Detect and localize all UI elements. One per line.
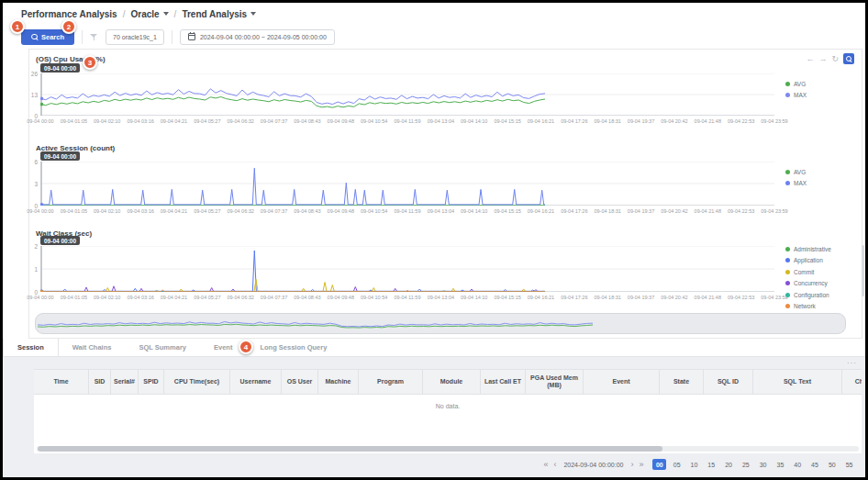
y-tick-label: 0 <box>34 113 38 119</box>
page-number-30[interactable]: 30 <box>756 459 770 470</box>
legend-item-network[interactable]: Network <box>785 301 861 313</box>
page-number-45[interactable]: 45 <box>808 459 822 470</box>
tab-long-session-query[interactable]: Long Session Query <box>246 339 340 356</box>
legend-label: Application <box>794 257 823 263</box>
table-column-header-username[interactable]: Username <box>230 370 282 394</box>
page-number-35[interactable]: 35 <box>773 459 787 470</box>
filter-icon[interactable] <box>90 33 98 41</box>
x-tick-label: 09-04 05:27 <box>192 118 223 124</box>
table-column-header-program[interactable]: Program <box>359 370 423 394</box>
page-number-00[interactable]: 00 <box>652 459 666 470</box>
x-tick-label: 09-04 19:37 <box>626 295 657 300</box>
breadcrumb-oracle-dropdown[interactable]: Oracle <box>130 9 168 19</box>
legend-item-avg[interactable]: AVG <box>785 166 861 178</box>
chart-title: Wait Class (sec) <box>36 229 92 238</box>
first-page-icon[interactable] <box>543 460 548 469</box>
page-number-15[interactable]: 15 <box>705 459 718 470</box>
legend-item-max[interactable]: MAX <box>785 178 861 190</box>
table-column-header-pga-used-mem-mb-[interactable]: PGA Used Mem (MB) <box>526 370 584 394</box>
table-column-header-sql-text[interactable]: SQL Text <box>753 370 842 394</box>
x-tick-label: 09-04 08:43 <box>292 118 323 124</box>
instance-selector[interactable]: 70 oracle19c_1 <box>106 29 164 45</box>
table-column-header-os-user[interactable]: OS User <box>282 370 318 394</box>
table-column-header-sid[interactable]: SID <box>89 370 111 394</box>
table-column-header-module[interactable]: Module <box>423 370 481 394</box>
legend-item-application[interactable]: Application <box>785 255 861 267</box>
table-column-header-last-call-et[interactable]: Last Call ET <box>481 370 526 394</box>
horizontal-scrollbar[interactable] <box>37 446 859 452</box>
x-tick-label: 09-04 23:59 <box>759 118 790 124</box>
last-page-icon[interactable] <box>639 460 643 469</box>
page-number-25[interactable]: 25 <box>739 459 752 470</box>
legend-scrollbar[interactable] <box>862 245 864 296</box>
date-range-picker[interactable]: 2024-09-04 00:00:00 ~ 2024-09-05 00:00:0… <box>180 29 335 45</box>
app-window: Performance Analysis / Oracle / Trend An… <box>0 0 868 480</box>
legend-item-administrative[interactable]: Administrative <box>785 243 861 255</box>
breadcrumb-separator: / <box>174 9 177 19</box>
y-tick-label: 0 <box>34 203 38 209</box>
tab-bar: Session Wait Chains SQL Summary Event Lo… <box>3 339 865 357</box>
legend-label: Network <box>794 303 816 309</box>
breadcrumb-trend-analysis-dropdown[interactable]: Trend Analysis <box>182 9 256 19</box>
table-options-menu-icon[interactable] <box>847 360 857 367</box>
x-tick-label: 09-04 15:15 <box>492 295 523 300</box>
table-column-header-serial-[interactable]: Serial# <box>111 370 139 394</box>
breadcrumb-performance-analysis[interactable]: Performance Analysis <box>21 9 117 19</box>
page-number-10[interactable]: 10 <box>687 459 701 470</box>
legend-item-avg[interactable]: AVG <box>785 78 861 90</box>
table-column-header-cpu-time-sec-[interactable]: CPU Time(sec) <box>164 370 230 394</box>
x-tick-label: 09-04 15:15 <box>492 208 523 214</box>
annotation-badge-2: 2 <box>61 19 76 34</box>
chart-legend: AVGMAX <box>785 78 861 101</box>
time-range-scrubber[interactable] <box>35 313 846 334</box>
x-tick-label: 09-04 03:16 <box>125 208 156 214</box>
x-tick-label: 09-04 23:59 <box>759 208 790 214</box>
cursor-time-badge: 09-04 00:00 <box>40 236 80 245</box>
page-number-40[interactable]: 40 <box>791 459 805 470</box>
y-tick-label: 3 <box>34 181 38 187</box>
legend-color-dot <box>785 82 790 86</box>
x-tick-label: 09-04 16:21 <box>525 118 556 124</box>
tab-sql-summary[interactable]: SQL Summary <box>125 339 200 356</box>
table-column-header-child[interactable]: Child <box>842 370 862 394</box>
x-tick-label: 09-04 02:10 <box>92 208 123 214</box>
table-column-header-event[interactable]: Event <box>584 370 660 394</box>
tab-wait-chains[interactable]: Wait Chains <box>59 339 126 356</box>
legend-item-concurrency[interactable]: Concurrency <box>785 278 861 290</box>
back-arrow-icon[interactable] <box>806 54 814 64</box>
table-column-header-machine[interactable]: Machine <box>318 370 359 394</box>
tab-session[interactable]: Session <box>3 339 59 356</box>
page-number-20[interactable]: 20 <box>722 459 736 470</box>
table-column-header-spid[interactable]: SPID <box>139 370 164 394</box>
plot-area[interactable] <box>40 73 774 116</box>
plot-area[interactable] <box>40 162 774 206</box>
chart-legend: AVGMAX <box>785 166 861 189</box>
legend-item-configuration[interactable]: Configuration <box>785 289 861 301</box>
x-tick-label: 09-04 09:48 <box>325 118 356 124</box>
legend-color-dot <box>785 304 790 308</box>
page-number-05[interactable]: 05 <box>670 459 684 470</box>
breadcrumb-label: Oracle <box>130 9 159 19</box>
x-tick-label: 09-04 10:54 <box>359 118 390 124</box>
table-column-header-time[interactable]: Time <box>34 370 89 394</box>
previous-page-icon[interactable] <box>553 460 556 469</box>
table-column-header-state[interactable]: State <box>660 370 704 394</box>
forward-arrow-icon[interactable] <box>818 54 827 64</box>
x-tick-label: 09-04 17:26 <box>559 208 590 214</box>
x-tick-label: 09-04 02:10 <box>92 118 123 124</box>
x-tick-label: 09-04 06:32 <box>225 118 256 124</box>
plot-area[interactable] <box>40 246 774 292</box>
next-page-icon[interactable] <box>630 460 633 469</box>
annotation-badge-4: 4 <box>239 340 253 354</box>
legend-item-commit[interactable]: Commit <box>785 266 861 278</box>
scrollbar-thumb[interactable] <box>38 446 662 452</box>
page-number-55[interactable]: 55 <box>842 459 856 470</box>
x-tick-label: 09-04 07:37 <box>259 295 290 300</box>
legend-item-max[interactable]: MAX <box>785 90 861 102</box>
x-tick-label: 09-04 14:10 <box>459 118 490 124</box>
table-column-header-sql-id[interactable]: SQL ID <box>704 370 753 394</box>
refresh-icon[interactable] <box>831 54 839 64</box>
page-number-50[interactable]: 50 <box>825 459 839 470</box>
x-tick-label: 09-04 16:21 <box>525 295 556 300</box>
zoom-button[interactable] <box>843 53 854 64</box>
